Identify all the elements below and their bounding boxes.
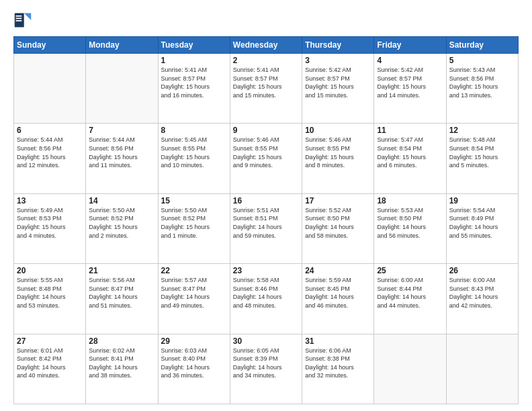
day-number: 19 [449,196,515,205]
logo [13,11,35,30]
day-info: Sunrise: 5:54 AM Sunset: 8:49 PM Dayligh… [449,206,515,240]
day-info: Sunrise: 5:50 AM Sunset: 8:52 PM Dayligh… [89,206,154,240]
day-info: Sunrise: 5:55 AM Sunset: 8:48 PM Dayligh… [17,276,83,310]
header [13,11,519,30]
calendar-cell [446,334,518,404]
col-header-thursday: Thursday [302,37,374,54]
col-header-wednesday: Wednesday [230,37,302,54]
page: SundayMondayTuesdayWednesdayThursdayFrid… [0,0,532,411]
day-number: 23 [233,266,299,275]
header-row: SundayMondayTuesdayWednesdayThursdayFrid… [14,37,519,54]
calendar-cell: 31Sunrise: 6:06 AM Sunset: 8:38 PM Dayli… [302,334,374,404]
calendar-cell: 18Sunrise: 5:53 AM Sunset: 8:50 PM Dayli… [374,193,446,263]
calendar-cell: 17Sunrise: 5:52 AM Sunset: 8:50 PM Dayli… [302,193,374,263]
day-number: 18 [377,196,443,205]
logo-icon [13,11,32,30]
day-number: 8 [161,126,227,135]
calendar-cell: 4Sunrise: 5:42 AM Sunset: 8:57 PM Daylig… [374,54,446,124]
day-info: Sunrise: 5:56 AM Sunset: 8:47 PM Dayligh… [89,276,154,310]
day-number: 3 [305,56,371,65]
day-info: Sunrise: 6:01 AM Sunset: 8:42 PM Dayligh… [17,347,83,380]
day-number: 31 [305,336,371,346]
day-info: Sunrise: 6:03 AM Sunset: 8:40 PM Dayligh… [161,347,227,380]
calendar-cell: 15Sunrise: 5:50 AM Sunset: 8:52 PM Dayli… [158,193,230,263]
week-row-2: 6Sunrise: 5:44 AM Sunset: 8:56 PM Daylig… [14,124,519,193]
day-info: Sunrise: 6:05 AM Sunset: 8:39 PM Dayligh… [233,347,299,380]
calendar-cell: 6Sunrise: 5:44 AM Sunset: 8:56 PM Daylig… [14,124,86,193]
calendar-cell [14,54,86,124]
day-info: Sunrise: 5:45 AM Sunset: 8:55 PM Dayligh… [161,136,227,169]
day-info: Sunrise: 5:44 AM Sunset: 8:56 PM Dayligh… [17,136,83,169]
calendar-cell: 9Sunrise: 5:46 AM Sunset: 8:55 PM Daylig… [230,124,302,193]
day-number: 29 [161,336,227,346]
day-number: 4 [377,56,443,65]
calendar-cell: 20Sunrise: 5:55 AM Sunset: 8:48 PM Dayli… [14,264,86,334]
calendar-cell: 25Sunrise: 6:00 AM Sunset: 8:44 PM Dayli… [374,264,446,334]
calendar-cell: 19Sunrise: 5:54 AM Sunset: 8:49 PM Dayli… [446,193,518,263]
calendar-cell: 23Sunrise: 5:58 AM Sunset: 8:46 PM Dayli… [230,264,302,334]
day-info: Sunrise: 5:52 AM Sunset: 8:50 PM Dayligh… [305,206,371,240]
calendar-cell: 11Sunrise: 5:47 AM Sunset: 8:54 PM Dayli… [374,124,446,193]
calendar-cell: 24Sunrise: 5:59 AM Sunset: 8:45 PM Dayli… [302,264,374,334]
col-header-saturday: Saturday [446,37,518,54]
calendar-cell: 30Sunrise: 6:05 AM Sunset: 8:39 PM Dayli… [230,334,302,404]
day-info: Sunrise: 5:43 AM Sunset: 8:56 PM Dayligh… [449,66,515,99]
day-number: 12 [449,126,515,135]
day-number: 15 [161,196,227,205]
day-info: Sunrise: 5:41 AM Sunset: 8:57 PM Dayligh… [161,66,227,99]
day-info: Sunrise: 5:48 AM Sunset: 8:54 PM Dayligh… [449,136,515,169]
svg-rect-2 [16,15,22,17]
calendar-cell: 12Sunrise: 5:48 AM Sunset: 8:54 PM Dayli… [446,124,518,193]
calendar-cell: 14Sunrise: 5:50 AM Sunset: 8:52 PM Dayli… [86,193,158,263]
day-number: 25 [377,266,443,275]
day-info: Sunrise: 5:46 AM Sunset: 8:55 PM Dayligh… [233,136,299,169]
calendar-cell: 10Sunrise: 5:46 AM Sunset: 8:55 PM Dayli… [302,124,374,193]
day-info: Sunrise: 5:59 AM Sunset: 8:45 PM Dayligh… [305,276,371,310]
calendar-cell: 21Sunrise: 5:56 AM Sunset: 8:47 PM Dayli… [86,264,158,334]
day-number: 28 [89,336,154,346]
day-number: 27 [17,336,83,346]
day-number: 30 [233,336,299,346]
day-number: 2 [233,56,299,65]
day-info: Sunrise: 5:58 AM Sunset: 8:46 PM Dayligh… [233,276,299,310]
calendar-cell: 8Sunrise: 5:45 AM Sunset: 8:55 PM Daylig… [158,124,230,193]
calendar-table: SundayMondayTuesdayWednesdayThursdayFrid… [13,36,519,404]
col-header-monday: Monday [86,37,158,54]
day-number: 6 [17,126,83,135]
day-number: 24 [305,266,371,275]
day-info: Sunrise: 5:44 AM Sunset: 8:56 PM Dayligh… [89,136,154,169]
day-number: 1 [161,56,227,65]
col-header-tuesday: Tuesday [158,37,230,54]
calendar-cell: 13Sunrise: 5:49 AM Sunset: 8:53 PM Dayli… [14,193,86,263]
day-number: 20 [17,266,83,275]
calendar-cell: 27Sunrise: 6:01 AM Sunset: 8:42 PM Dayli… [14,334,86,404]
day-info: Sunrise: 5:47 AM Sunset: 8:54 PM Dayligh… [377,136,443,169]
day-info: Sunrise: 5:53 AM Sunset: 8:50 PM Dayligh… [377,206,443,240]
day-info: Sunrise: 5:42 AM Sunset: 8:57 PM Dayligh… [305,66,371,99]
day-info: Sunrise: 5:46 AM Sunset: 8:55 PM Dayligh… [305,136,371,169]
calendar-cell: 22Sunrise: 5:57 AM Sunset: 8:47 PM Dayli… [158,264,230,334]
svg-rect-4 [16,20,22,21]
week-row-1: 1Sunrise: 5:41 AM Sunset: 8:57 PM Daylig… [14,54,519,124]
week-row-4: 20Sunrise: 5:55 AM Sunset: 8:48 PM Dayli… [14,264,519,334]
day-info: Sunrise: 6:02 AM Sunset: 8:41 PM Dayligh… [89,347,154,380]
day-number: 17 [305,196,371,205]
calendar-cell [374,334,446,404]
day-number: 16 [233,196,299,205]
day-info: Sunrise: 5:51 AM Sunset: 8:51 PM Dayligh… [233,206,299,240]
svg-rect-3 [16,18,22,19]
col-header-friday: Friday [374,37,446,54]
day-info: Sunrise: 5:42 AM Sunset: 8:57 PM Dayligh… [377,66,443,99]
calendar-cell: 3Sunrise: 5:42 AM Sunset: 8:57 PM Daylig… [302,54,374,124]
day-number: 10 [305,126,371,135]
calendar-cell: 28Sunrise: 6:02 AM Sunset: 8:41 PM Dayli… [86,334,158,404]
day-number: 13 [17,196,83,205]
day-number: 11 [377,126,443,135]
calendar-cell: 2Sunrise: 5:41 AM Sunset: 8:57 PM Daylig… [230,54,302,124]
day-number: 26 [449,266,515,275]
week-row-3: 13Sunrise: 5:49 AM Sunset: 8:53 PM Dayli… [14,193,519,263]
day-info: Sunrise: 5:41 AM Sunset: 8:57 PM Dayligh… [233,66,299,99]
calendar-cell: 26Sunrise: 6:00 AM Sunset: 8:43 PM Dayli… [446,264,518,334]
day-number: 22 [161,266,227,275]
calendar-cell: 1Sunrise: 5:41 AM Sunset: 8:57 PM Daylig… [158,54,230,124]
